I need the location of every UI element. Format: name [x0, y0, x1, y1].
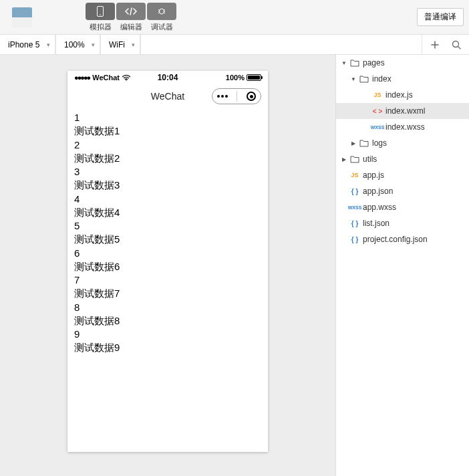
- carrier-label: WeChat: [92, 74, 120, 82]
- wifi-icon: [122, 75, 130, 81]
- content-line: 9: [74, 328, 261, 341]
- device-select[interactable]: iPhone 5 ▾: [0, 35, 56, 54]
- capsule-divider: [237, 91, 237, 102]
- tree-label: index: [372, 74, 392, 84]
- folder-icon: [359, 139, 369, 147]
- content-line: 测试数据8: [74, 314, 261, 328]
- content-line: 8: [74, 301, 261, 314]
- tree-item-project-config-json[interactable]: { }project.config.json: [336, 231, 469, 247]
- content-line: 4: [74, 193, 261, 206]
- tree-item-app-wxss[interactable]: WXSSapp.wxss: [336, 199, 469, 215]
- top-toolbar: 模拟器 编辑器 调试器 普通编译: [0, 0, 469, 35]
- tree-item-index-wxml[interactable]: < >index.wxml: [336, 103, 469, 119]
- nav-title: WeChat: [151, 91, 184, 102]
- content-line: 测试数据7: [74, 287, 261, 300]
- simulator-button[interactable]: [86, 3, 115, 20]
- json-icon: { }: [349, 220, 360, 227]
- signal-dots-icon: ●●●●●: [74, 74, 90, 82]
- status-time: 10:04: [158, 73, 178, 82]
- tool-group: 模拟器 编辑器 调试器: [86, 3, 176, 32]
- folder-icon: [359, 75, 369, 83]
- content-line: 测试数据6: [74, 260, 261, 273]
- phone-icon: [97, 6, 104, 17]
- content-line: 7: [74, 273, 261, 287]
- content-line: 测试数据5: [74, 233, 261, 246]
- menu-dots-icon[interactable]: [217, 95, 228, 98]
- json-icon: { }: [349, 188, 360, 195]
- content-line: 测试数据3: [74, 178, 261, 192]
- svg-point-1: [100, 14, 101, 15]
- tree-caret-icon: ▼: [351, 76, 356, 82]
- search-icon: [452, 40, 461, 49]
- content-line: 6: [74, 247, 261, 260]
- tree-label: app.wxss: [363, 203, 396, 212]
- wxss-icon: WXSS: [349, 205, 360, 210]
- tree-label: pages: [363, 58, 385, 68]
- tree-item-index-js[interactable]: JSindex.js: [336, 87, 469, 103]
- plus-icon: [430, 40, 440, 49]
- tree-item-list-json[interactable]: { }list.json: [336, 215, 469, 231]
- nav-bar: WeChat: [67, 84, 268, 108]
- tree-label: logs: [372, 138, 387, 148]
- tree-label: app.json: [363, 187, 393, 196]
- folder-icon: [349, 59, 360, 67]
- content-line: 1: [74, 111, 261, 124]
- tree-label: index.wxml: [385, 106, 425, 116]
- sub-toolbar: iPhone 5 ▾ 100% ▾ WiFi ▾: [0, 35, 469, 55]
- folder-icon: [349, 155, 360, 163]
- close-target-icon[interactable]: [247, 92, 256, 101]
- content-line: 测试数据2: [74, 152, 261, 165]
- avatar[interactable]: [12, 7, 32, 27]
- bug-icon: [156, 7, 167, 15]
- tree-caret-icon: ▶: [351, 140, 356, 146]
- content-line: 3: [74, 165, 261, 178]
- tree-caret-icon: ▼: [341, 60, 347, 66]
- debugger-label: 调试器: [151, 22, 173, 32]
- content-line: 测试数据1: [74, 124, 261, 138]
- battery-icon: [247, 74, 261, 81]
- svg-point-4: [126, 80, 127, 81]
- tree-label: app.js: [363, 170, 384, 180]
- code-icon: [125, 7, 137, 15]
- content-line: 测试数据9: [74, 341, 261, 354]
- network-select[interactable]: WiFi ▾: [101, 35, 141, 54]
- tree-label: utils: [363, 154, 377, 164]
- tree-label: index.js: [385, 90, 413, 100]
- status-bar: ●●●●● WeChat 10:04 100%: [67, 71, 268, 84]
- tree-label: list.json: [363, 219, 389, 228]
- content-line: 5: [74, 219, 261, 233]
- zoom-select[interactable]: 100% ▾: [56, 35, 101, 54]
- search-button[interactable]: [452, 40, 461, 49]
- tree-item-logs[interactable]: ▶logs: [336, 135, 469, 151]
- add-button[interactable]: [430, 40, 440, 49]
- editor-button[interactable]: [116, 3, 146, 20]
- battery-pct: 100%: [226, 74, 245, 82]
- phone-content: 1测试数据12测试数据23测试数据34测试数据45测试数据56测试数据67测试数…: [67, 108, 268, 358]
- editor-label: 编辑器: [120, 22, 142, 32]
- tree-label: project.config.json: [363, 235, 428, 244]
- debugger-button[interactable]: [147, 3, 176, 20]
- phone-simulator: ●●●●● WeChat 10:04 100% WeChat: [67, 71, 268, 452]
- svg-point-2: [160, 9, 164, 14]
- simulator-label: 模拟器: [90, 22, 112, 32]
- tree-item-pages[interactable]: ▼pages: [336, 55, 469, 71]
- wxss-icon: WXSS: [372, 125, 383, 130]
- content-line: 测试数据4: [74, 206, 261, 219]
- js-icon: JS: [372, 92, 383, 98]
- tree-item-index-wxss[interactable]: WXSSindex.wxss: [336, 119, 469, 135]
- compile-button[interactable]: 普通编译: [417, 8, 464, 26]
- json-icon: { }: [349, 236, 360, 243]
- tree-caret-icon: ▶: [341, 156, 347, 162]
- tree-item-app-js[interactable]: JSapp.js: [336, 167, 469, 183]
- tree-label: index.wxss: [385, 122, 425, 132]
- wxml-icon: < >: [372, 108, 383, 115]
- main-area: ●●●●● WeChat 10:04 100% WeChat: [0, 55, 469, 476]
- content-line: 2: [74, 138, 261, 152]
- js-icon: JS: [349, 172, 360, 178]
- tree-item-utils[interactable]: ▶utils: [336, 151, 469, 167]
- tree-item-index[interactable]: ▼index: [336, 71, 469, 87]
- tree-item-app-json[interactable]: { }app.json: [336, 183, 469, 199]
- capsule-menu: [212, 88, 261, 104]
- simulator-area: ●●●●● WeChat 10:04 100% WeChat: [0, 55, 335, 476]
- file-tree-panel: ▼pages▼indexJSindex.js< >index.wxmlWXSSi…: [335, 55, 469, 476]
